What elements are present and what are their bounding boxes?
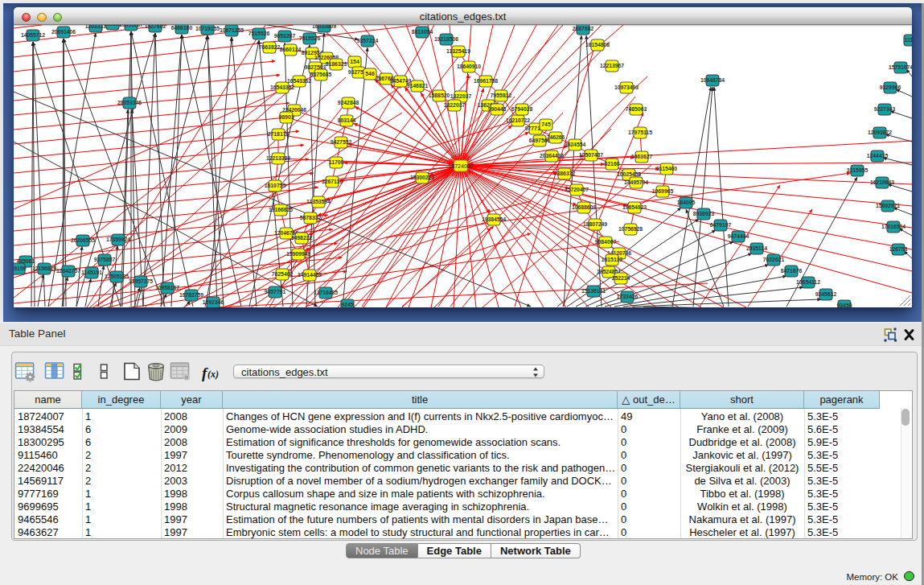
svg-text:12156829: 12156829 [32, 266, 56, 271]
svg-text:39159: 39159 [14, 266, 27, 271]
svg-text:1527602: 1527602 [145, 25, 166, 29]
svg-text:7515526: 7515526 [248, 31, 270, 36]
svg-text:1463627: 1463627 [631, 154, 653, 159]
svg-text:28053346: 28053346 [117, 100, 142, 105]
svg-text:2687682: 2687682 [573, 26, 594, 31]
svg-text:14914469: 14914469 [298, 272, 322, 278]
svg-text:746266: 746266 [547, 134, 565, 140]
svg-text:17975115: 17975115 [628, 130, 652, 135]
svg-text:9245: 9245 [341, 302, 353, 307]
svg-text:10958167: 10958167 [155, 285, 179, 290]
svg-text:16033809: 16033809 [312, 25, 336, 29]
svg-text:10688609: 10688609 [572, 204, 596, 210]
svg-text:9242848: 9242848 [338, 100, 359, 105]
svg-text:9474444: 9474444 [728, 233, 749, 239]
svg-text:12093872: 12093872 [868, 130, 892, 135]
svg-text:12213369: 12213369 [266, 155, 290, 161]
svg-text:93450: 93450 [837, 303, 852, 307]
svg-text:8660124: 8660124 [280, 47, 302, 52]
svg-text:9357224: 9357224 [357, 38, 379, 43]
svg-text:126753: 126753 [889, 246, 908, 252]
svg-text:9653267: 9653267 [274, 33, 296, 39]
svg-text:10025458: 10025458 [617, 171, 641, 177]
svg-text:9427552: 9427552 [331, 139, 352, 145]
svg-text:15136141: 15136141 [581, 288, 606, 294]
svg-text:990448: 990448 [488, 106, 507, 112]
svg-text:15300223: 15300223 [410, 175, 434, 180]
svg-text:1069965: 1069965 [652, 188, 674, 194]
svg-text:8186323: 8186323 [326, 61, 347, 67]
svg-text:1733426: 1733426 [617, 294, 639, 299]
svg-text:10654112: 10654112 [796, 279, 820, 285]
svg-text:12342757: 12342757 [56, 268, 80, 274]
svg-text:16782759: 16782759 [179, 292, 203, 298]
svg-text:6466160: 6466160 [171, 25, 193, 31]
svg-text:9084067: 9084067 [595, 239, 617, 245]
svg-text:10719155: 10719155 [195, 26, 220, 31]
svg-text:20691406: 20691406 [51, 29, 76, 35]
svg-text:16210643: 16210643 [870, 179, 894, 185]
svg-text:8813054: 8813054 [412, 29, 433, 35]
svg-text:3215955: 3215955 [847, 167, 869, 173]
svg-text:1588520: 1588520 [429, 93, 450, 98]
svg-text:19654923: 19654923 [622, 204, 647, 210]
svg-text:15720407: 15720407 [565, 187, 589, 192]
svg-text:10973493: 10973493 [614, 84, 639, 90]
svg-text:15751074: 15751074 [889, 64, 912, 70]
svg-text:14495794: 14495794 [624, 179, 648, 185]
svg-text:10756928: 10756928 [618, 226, 643, 232]
svg-text:16961758: 16961758 [474, 78, 498, 84]
svg-text:17359924: 17359924 [106, 237, 130, 242]
svg-text:7632621: 7632621 [763, 257, 785, 262]
svg-text:9245612: 9245612 [815, 291, 837, 297]
svg-text:16543362: 16543362 [287, 78, 311, 84]
svg-text:11325419: 11325419 [446, 48, 470, 54]
svg-text:9457791: 9457791 [265, 289, 286, 295]
svg-text:18640910: 18640910 [457, 64, 481, 69]
svg-text:8471676: 8471676 [781, 268, 803, 274]
svg-text:6794028: 6794028 [511, 106, 533, 112]
svg-text:1292346: 1292346 [203, 299, 224, 305]
svg-text:745: 745 [541, 122, 551, 127]
svg-text:6479197: 6479197 [710, 222, 732, 228]
svg-text:252214: 252214 [612, 275, 630, 281]
svg-text:15692971: 15692971 [876, 203, 900, 208]
svg-text:7955812: 7955812 [491, 93, 512, 98]
svg-text:10653267: 10653267 [119, 25, 143, 27]
svg-text:18807249: 18807249 [583, 221, 607, 227]
svg-text:19218506: 19218506 [434, 36, 458, 42]
svg-text:2718176: 2718176 [268, 131, 290, 137]
svg-text:20364436: 20364436 [540, 153, 564, 159]
svg-text:3267110: 3267110 [322, 179, 343, 184]
svg-text:3624554: 3624554 [565, 142, 586, 147]
svg-text:7663822: 7663822 [259, 44, 281, 50]
svg-text:12213967: 12213967 [600, 63, 624, 68]
svg-text:11353594: 11353594 [306, 199, 331, 204]
svg-text:10648784: 10648784 [700, 77, 725, 83]
svg-text:8938923: 8938923 [693, 211, 715, 216]
svg-text:7485063: 7485063 [626, 106, 647, 112]
svg-text:3498222: 3498222 [291, 235, 313, 241]
svg-text:7625402: 7625402 [272, 271, 294, 277]
svg-text:1610755: 1610755 [265, 183, 286, 188]
svg-text:5878332: 5878332 [300, 215, 322, 220]
svg-text:11700: 11700 [329, 159, 344, 165]
svg-text:10507487: 10507487 [579, 152, 603, 158]
svg-text:18724007: 18724007 [448, 163, 473, 169]
svg-text:546: 546 [365, 71, 375, 76]
svg-text:16543362: 16543362 [270, 84, 294, 90]
svg-text:98901: 98901 [279, 114, 294, 120]
svg-text:20206555: 20206555 [71, 237, 95, 243]
svg-text:62160: 62160 [605, 161, 620, 167]
svg-text:13716485: 13716485 [314, 290, 338, 295]
svg-text:154: 154 [350, 59, 359, 64]
svg-text:7386372: 7386372 [554, 171, 576, 176]
svg-text:2935114: 2935114 [746, 245, 767, 251]
svg-text:9375685: 9375685 [310, 72, 332, 77]
svg-text:(x): (x) [207, 369, 219, 380]
svg-text:16154808: 16154808 [585, 42, 610, 47]
svg-text:9115460: 9115460 [656, 166, 677, 171]
svg-text:1322037: 1322037 [444, 102, 466, 108]
svg-text:10671355: 10671355 [220, 27, 244, 33]
svg-text:9146821: 9146821 [407, 83, 429, 89]
